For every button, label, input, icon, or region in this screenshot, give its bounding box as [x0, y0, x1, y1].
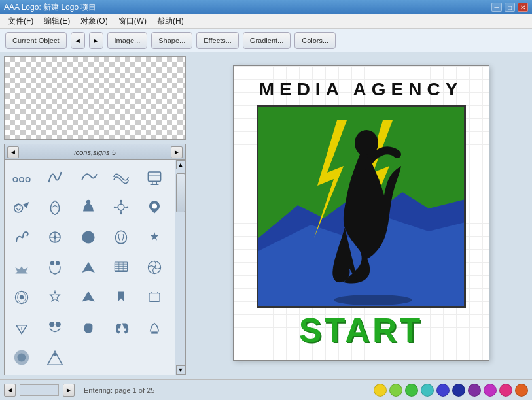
window-title: AAA Logo: 新建 Logo 项目	[4, 2, 96, 13]
icon-cell-30[interactable]	[140, 313, 169, 342]
status-nav-prev[interactable]: ◄	[4, 384, 16, 397]
icon-cell-4[interactable]	[107, 163, 135, 192]
icon-cell-8[interactable]	[74, 193, 103, 222]
color-swatch-dark-blue[interactable]	[452, 384, 465, 397]
svg-point-15	[53, 236, 56, 239]
icon-cell-13[interactable]	[74, 223, 103, 252]
icon-cell-14[interactable]	[107, 223, 135, 252]
svg-point-34	[56, 322, 61, 327]
icon-cell-27[interactable]	[41, 313, 69, 342]
svg-rect-21	[115, 262, 128, 271]
icon-cell-20[interactable]	[140, 253, 169, 282]
menu-window[interactable]: 窗口(W)	[113, 14, 152, 28]
color-swatch-light-green[interactable]	[389, 384, 402, 397]
window-controls: ─ □ ✕	[491, 3, 528, 12]
menu-bar: 文件(F) 编辑(E) 对象(O) 窗口(W) 帮助(H)	[0, 14, 532, 29]
icon-panel-header: ◄ icons,signs 5 ►	[5, 144, 185, 160]
svg-text:!: !	[20, 326, 22, 331]
svg-point-18	[86, 235, 90, 239]
icon-cell-23[interactable]	[74, 283, 103, 312]
maximize-button[interactable]: □	[505, 3, 515, 12]
scrollbar-down-btn[interactable]: ▼	[176, 365, 185, 375]
icon-cell-26[interactable]: !	[7, 313, 36, 342]
svg-point-6	[118, 204, 125, 210]
icon-cell-22[interactable]	[41, 283, 69, 312]
color-swatch-green[interactable]	[405, 384, 418, 397]
effects-button[interactable]: Effects...	[196, 32, 239, 49]
icon-cell-21[interactable]	[7, 283, 36, 312]
svg-rect-35	[151, 331, 158, 333]
icon-cell-12[interactable]	[41, 223, 69, 252]
icon-panel-prev[interactable]: ◄	[7, 146, 19, 158]
menu-file[interactable]: 文件(F)	[3, 14, 39, 28]
svg-point-4	[14, 204, 23, 212]
svg-point-1	[20, 178, 24, 182]
scroll-thumb[interactable]	[176, 173, 185, 212]
icon-cell-25[interactable]	[140, 283, 169, 312]
menu-help[interactable]: 帮助(H)	[152, 14, 189, 28]
svg-point-8	[126, 206, 128, 208]
icon-cell-5[interactable]	[140, 163, 169, 192]
svg-point-30	[20, 295, 24, 299]
icon-cell-24[interactable]	[107, 283, 135, 312]
icon-cell-11[interactable]	[7, 223, 36, 252]
icon-cell-28[interactable]	[74, 313, 103, 342]
toolbar: Current Object ◄ ► Image... Shape... Eff…	[0, 29, 532, 52]
current-object-button[interactable]: Current Object	[5, 32, 67, 49]
color-swatch-blue[interactable]	[436, 384, 450, 397]
icon-grid-area: !	[5, 160, 185, 375]
scrollbar-up-btn[interactable]: ▲	[176, 160, 185, 169]
color-swatch-purple[interactable]	[468, 384, 481, 397]
svg-point-2	[26, 178, 29, 182]
svg-point-11	[152, 203, 157, 208]
status-bar: ◄ ► Entering: page 1 of 25	[0, 379, 532, 400]
icon-panel-next[interactable]: ►	[171, 146, 183, 158]
color-swatch-magenta[interactable]	[484, 384, 497, 397]
icon-cell-3[interactable]	[74, 163, 103, 192]
icon-cell-32[interactable]	[41, 343, 69, 372]
logo-canvas[interactable]: MEDIA AGENCY	[234, 66, 489, 360]
svg-point-19	[50, 261, 54, 265]
icon-panel-title: icons,signs 5	[74, 148, 116, 156]
status-scroll-area[interactable]	[20, 384, 59, 396]
svg-point-38	[53, 353, 56, 356]
minimize-button[interactable]: ─	[491, 3, 502, 12]
icon-cell-15[interactable]	[140, 223, 169, 252]
icon-scrollbar[interactable]: ▲ ▼	[175, 160, 185, 375]
color-swatch-pink[interactable]	[499, 384, 512, 397]
svg-point-7	[120, 200, 122, 202]
image-button[interactable]: Image...	[107, 32, 148, 49]
icon-cell-29[interactable]	[107, 313, 135, 342]
gradient-button[interactable]: Gradient...	[243, 32, 291, 49]
icon-cell-2[interactable]	[41, 163, 69, 192]
shape-button[interactable]: Shape...	[151, 32, 192, 49]
icon-cell-9[interactable]	[107, 193, 135, 222]
color-swatch-yellow[interactable]	[374, 384, 387, 397]
title-bar: AAA Logo: 新建 Logo 项目 ─ □ ✕	[0, 0, 532, 14]
icon-cell-19[interactable]	[107, 253, 135, 282]
svg-point-10	[114, 206, 116, 208]
icon-cell-6[interactable]	[7, 193, 36, 222]
svg-rect-3	[149, 172, 161, 181]
nav-prev-button[interactable]: ◄	[71, 32, 85, 49]
close-button[interactable]: ✕	[518, 3, 528, 12]
status-nav-next[interactable]: ►	[63, 384, 75, 397]
icon-cell-18[interactable]	[74, 253, 103, 282]
icon-cell-7[interactable]	[41, 193, 69, 222]
icon-cell-17[interactable]	[41, 253, 69, 282]
svg-point-20	[56, 261, 60, 265]
color-swatch-cyan[interactable]	[421, 384, 434, 397]
nav-next-button[interactable]: ►	[89, 32, 103, 49]
icon-cell-10[interactable]	[140, 193, 169, 222]
svg-point-37	[18, 354, 26, 362]
menu-object[interactable]: 对象(O)	[75, 14, 113, 28]
menu-edit[interactable]: 编辑(E)	[39, 14, 75, 28]
svg-point-33	[49, 322, 54, 327]
svg-point-0	[13, 178, 17, 182]
icon-cell-1[interactable]	[7, 163, 36, 192]
icon-cell-16[interactable]	[7, 253, 36, 282]
icon-cell-31[interactable]	[7, 343, 36, 372]
colors-button[interactable]: Colors...	[294, 32, 336, 49]
main-content: ◄ icons,signs 5 ►	[0, 52, 532, 379]
color-swatch-orange[interactable]	[515, 384, 528, 397]
